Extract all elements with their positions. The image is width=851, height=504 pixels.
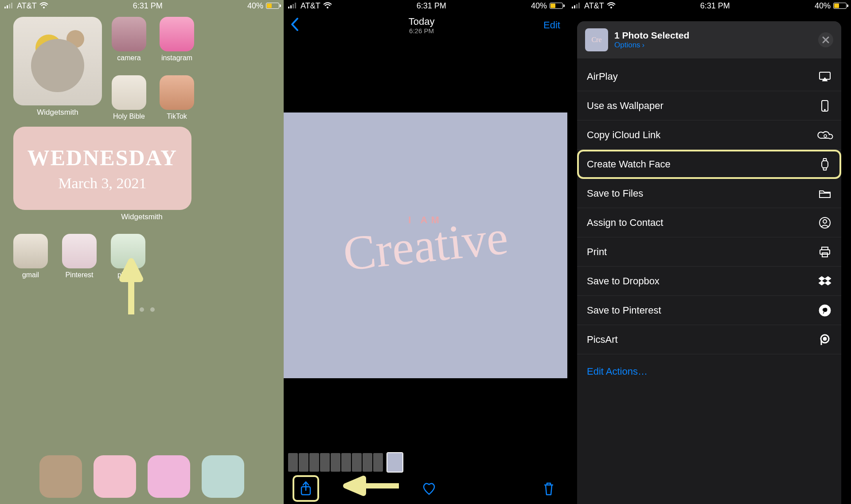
svg-rect-13	[576, 4, 578, 8]
share-action-list: AirPlay Use as Wallpaper Copy iCloud Lin…	[577, 58, 841, 358]
svg-rect-5	[288, 7, 289, 8]
share-sheet: Cre 1 Photo Selected Options› AirPlay Us…	[577, 21, 841, 504]
action-picsart[interactable]: PicsArt	[577, 325, 841, 354]
picsart-icon	[818, 333, 831, 346]
wifi-icon	[39, 1, 48, 11]
battery-pct: 40%	[815, 1, 831, 11]
app-holy-bible[interactable]: Holy Bible	[112, 75, 146, 120]
homescreen-panel: AT&T 6:31 PM 40% Widgetsmith camera inst…	[0, 0, 284, 504]
widget-date: March 3, 2021	[58, 175, 146, 192]
svg-rect-11	[572, 7, 573, 8]
share-sheet-thumbnail: Cre	[585, 28, 608, 51]
carrier-label: AT&T	[301, 1, 320, 11]
battery-icon	[550, 3, 563, 9]
action-assign-to-contact[interactable]: Assign to Contact	[577, 208, 841, 237]
dock-app-2[interactable]	[94, 455, 136, 498]
phone-icon	[818, 99, 831, 112]
action-save-to-pinterest[interactable]: Save to Pinterest	[577, 296, 841, 325]
svg-rect-1	[7, 5, 8, 8]
dock-app-3[interactable]	[148, 455, 190, 498]
close-button[interactable]	[818, 32, 833, 47]
svg-rect-8	[295, 3, 296, 8]
status-time: 6:31 PM	[133, 1, 163, 11]
folder-icon	[818, 187, 831, 200]
svg-rect-14	[578, 3, 580, 8]
widgetsmith-medium-widget[interactable]: WEDNESDAY March 3, 2021	[13, 127, 191, 210]
share-button[interactable]	[296, 479, 316, 498]
annotation-arrow-left-icon	[346, 476, 399, 496]
signal-bars-icon	[572, 1, 582, 11]
photos-app-panel: AT&T 6:31 PM 40% Today 6:26 PM Edit I AM…	[284, 0, 567, 504]
image-text-script: Creative	[340, 209, 511, 282]
svg-rect-25	[822, 253, 828, 257]
action-print[interactable]: Print	[577, 237, 841, 267]
back-button[interactable]	[291, 18, 300, 33]
svg-rect-0	[4, 7, 6, 8]
dock	[0, 455, 284, 498]
action-copy-icloud-link[interactable]: Copy iCloud Link	[577, 120, 841, 150]
action-use-as-wallpaper[interactable]: Use as Wallpaper	[577, 91, 841, 120]
app-camera[interactable]: camera	[112, 17, 146, 62]
chevron-right-icon: ›	[642, 41, 645, 50]
widget-day: WEDNESDAY	[27, 145, 177, 171]
pinterest-icon	[818, 304, 831, 317]
app-gmail[interactable]: gmail	[13, 234, 48, 279]
battery-pct: 40%	[247, 1, 263, 11]
signal-bars-icon	[4, 1, 14, 11]
photo-viewer[interactable]: I AM Creative	[284, 39, 567, 452]
delete-button[interactable]	[539, 479, 558, 498]
status-bar: AT&T 6:31 PM 40%	[284, 0, 567, 12]
edit-button[interactable]: Edit	[543, 19, 560, 31]
battery-pct: 40%	[531, 1, 547, 11]
annotation-highlight-box	[293, 475, 319, 502]
printer-icon	[818, 245, 831, 259]
airplay-icon	[818, 70, 831, 83]
app-tiktok[interactable]: TikTok	[160, 75, 194, 120]
carrier-label: AT&T	[584, 1, 604, 11]
status-bar: AT&T 6:31 PM 40%	[567, 0, 851, 12]
nav-subtitle: 6:26 PM	[409, 27, 435, 35]
action-create-watch-face[interactable]: Create Watch Face	[577, 150, 841, 179]
favorite-button[interactable]	[419, 479, 439, 498]
svg-point-18	[824, 109, 826, 110]
share-sheet-panel: AT&T 6:31 PM 40% Cre 1 Photo Selected Op…	[567, 0, 851, 504]
app-pinterest[interactable]: Pinterest	[62, 234, 97, 279]
dock-app-4[interactable]	[202, 455, 244, 498]
svg-point-28	[823, 337, 827, 341]
svg-rect-12	[574, 5, 575, 8]
svg-point-19	[824, 135, 827, 137]
svg-rect-6	[290, 5, 292, 8]
battery-icon	[833, 3, 847, 9]
watch-icon	[818, 158, 831, 171]
action-save-to-dropbox[interactable]: Save to Dropbox	[577, 267, 841, 296]
wifi-icon	[323, 1, 332, 11]
dropbox-icon	[818, 275, 831, 288]
widget-large-label: Widgetsmith	[13, 108, 102, 117]
photos-navbar: Today 6:26 PM Edit	[284, 12, 567, 39]
photo-thumbnail-strip[interactable]	[284, 452, 567, 473]
svg-point-4	[43, 7, 45, 8]
share-sheet-options-button[interactable]: Options›	[614, 41, 689, 50]
carrier-label: AT&T	[17, 1, 37, 11]
app-instagram[interactable]: instagram	[160, 17, 194, 62]
svg-point-22	[823, 220, 827, 223]
status-bar: AT&T 6:31 PM 40%	[0, 0, 284, 12]
selected-thumbnail[interactable]	[387, 453, 402, 472]
svg-rect-7	[293, 4, 294, 8]
widgetsmith-large-widget[interactable]	[13, 17, 102, 105]
dock-app-1[interactable]	[39, 455, 82, 498]
action-save-to-files[interactable]: Save to Files	[577, 179, 841, 208]
action-airplay[interactable]: AirPlay	[577, 62, 841, 91]
person-circle-icon	[818, 216, 831, 229]
svg-point-9	[327, 7, 328, 8]
edit-actions-button[interactable]: Edit Actions…	[577, 358, 841, 385]
nav-title: Today	[409, 16, 435, 27]
signal-bars-icon	[288, 1, 298, 11]
photo-toolbar	[284, 473, 567, 504]
annotation-arrow-up-icon	[120, 261, 143, 314]
widget-medium-label: Widgetsmith	[13, 213, 270, 221]
status-time: 6:31 PM	[700, 1, 730, 11]
svg-rect-20	[822, 161, 828, 168]
svg-rect-3	[11, 3, 12, 8]
cloud-link-icon	[818, 128, 831, 142]
